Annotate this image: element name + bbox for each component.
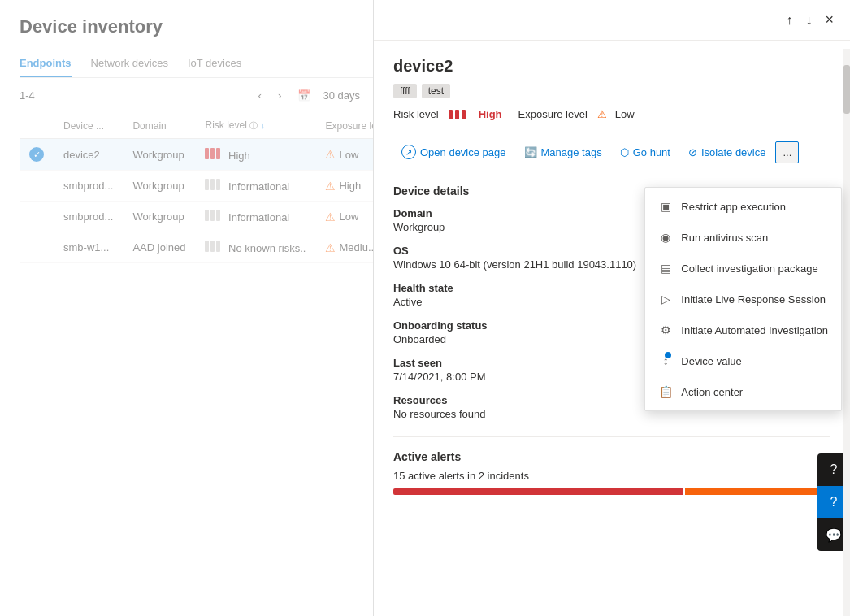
risk-level-value: High xyxy=(479,108,502,120)
live-response-icon: ▷ xyxy=(658,292,673,306)
panel-down-button[interactable]: ↓ xyxy=(802,10,815,31)
action-center-icon: 📋 xyxy=(658,384,673,399)
dropdown-restrict-app[interactable]: ▣ Restrict app execution xyxy=(645,191,841,222)
tags-row: ffff test xyxy=(393,84,830,98)
scrollbar-track xyxy=(843,49,850,616)
dropdown-run-antivirus[interactable]: ◉ Run antivirus scan xyxy=(645,222,841,253)
isolate-label: Isolate device xyxy=(701,146,766,158)
manage-tags-label: Manage tags xyxy=(541,146,602,158)
open-device-label: Open device page xyxy=(420,146,506,158)
action-bar: ↗ Open device page 🔄 Manage tags ⬡ Go hu… xyxy=(393,133,830,171)
dropdown-device-value[interactable]: ↕ Device value xyxy=(645,345,841,376)
manage-tags-button[interactable]: 🔄 Manage tags xyxy=(516,141,610,163)
panel-up-button[interactable]: ↑ xyxy=(783,10,796,31)
tag-test: test xyxy=(422,84,450,98)
dim-overlay xyxy=(0,0,373,616)
action-center-label: Action center xyxy=(681,386,743,398)
more-icon: ... xyxy=(783,146,791,158)
run-antivirus-icon: ◉ xyxy=(658,230,673,245)
risk-level-label: Risk level xyxy=(393,108,439,120)
alerts-header[interactable]: Active alerts ∧ xyxy=(393,450,830,463)
tag-ffff: ffff xyxy=(393,84,417,98)
left-panel: Device inventory Endpoints Network devic… xyxy=(0,0,374,616)
risk-section: Risk level High xyxy=(393,108,502,120)
collect-investigation-label: Collect investigation package xyxy=(681,262,817,275)
alerts-bar-row xyxy=(393,488,830,495)
device-value-icon: ↕ xyxy=(658,354,673,368)
right-panel: ↑ ↓ × device2 ffff test Risk level High xyxy=(374,0,850,616)
scrollbar-thumb[interactable] xyxy=(843,65,850,114)
alerts-title: Active alerts xyxy=(393,450,461,463)
alerts-summary: 15 active alerts in 2 incidents xyxy=(393,470,830,482)
alert-bar-high xyxy=(393,488,683,495)
alert-bar-medium xyxy=(685,488,830,495)
isolate-icon: ⊘ xyxy=(688,146,697,158)
automated-investigation-label: Initiate Automated Investigation xyxy=(681,324,828,336)
panel-close-button[interactable]: × xyxy=(822,8,837,32)
device-value-label: Device value xyxy=(681,355,741,367)
exposure-level-label: Exposure level xyxy=(518,108,588,120)
isolate-device-button[interactable]: ⊘ Isolate device xyxy=(680,141,774,163)
panel-header-bar: ↑ ↓ × xyxy=(374,0,850,41)
go-hunt-icon: ⬡ xyxy=(620,146,629,158)
exposure-level-value: Low xyxy=(615,108,635,120)
panel-device-name: device2 xyxy=(393,57,830,76)
go-hunt-label: Go hunt xyxy=(633,146,670,158)
dropdown-automated-investigation[interactable]: ⚙ Initiate Automated Investigation xyxy=(645,315,841,345)
open-device-icon: ↗ xyxy=(401,145,416,159)
open-device-page-button[interactable]: ↗ Open device page xyxy=(393,140,514,164)
dropdown-menu: ▣ Restrict app execution ◉ Run antivirus… xyxy=(644,187,842,411)
alerts-section: Active alerts ∧ 15 active alerts in 2 in… xyxy=(393,436,830,495)
collect-investigation-icon: ▤ xyxy=(658,261,673,275)
manage-tags-icon: 🔄 xyxy=(524,146,537,158)
restrict-app-icon: ▣ xyxy=(658,199,673,214)
restrict-app-label: Restrict app execution xyxy=(681,201,786,213)
risk-bars-panel xyxy=(449,110,466,119)
live-response-label: Initiate Live Response Session xyxy=(681,293,826,306)
more-actions-button[interactable]: ... xyxy=(775,141,799,163)
dropdown-action-center[interactable]: 📋 Action center xyxy=(645,376,841,407)
dropdown-collect-investigation[interactable]: ▤ Collect investigation package xyxy=(645,253,841,284)
go-hunt-button[interactable]: ⬡ Go hunt xyxy=(612,141,679,163)
exposure-section: Exposure level ⚠ Low xyxy=(518,108,635,120)
exposure-warn-icon: ⚠ xyxy=(597,108,607,120)
risk-exposure-row: Risk level High Exposure level ⚠ Low xyxy=(393,108,830,120)
dropdown-live-response[interactable]: ▷ Initiate Live Response Session xyxy=(645,284,841,315)
run-antivirus-label: Run antivirus scan xyxy=(681,232,768,244)
automated-investigation-icon: ⚙ xyxy=(658,323,673,337)
